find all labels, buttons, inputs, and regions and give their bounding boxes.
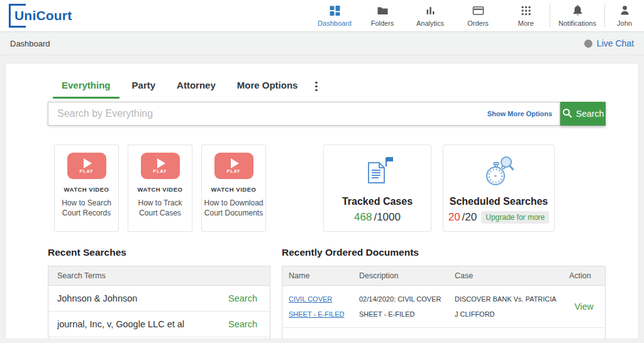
search-again-link[interactable]: Search xyxy=(228,319,257,329)
search-button[interactable]: Search xyxy=(560,102,606,126)
show-more-options-link[interactable]: Show More Options xyxy=(487,110,552,117)
search-term: journal, Inc, v, Google LLC et al xyxy=(57,319,184,329)
video-card-search-records[interactable]: PLAY WATCH VIDEO How to Search Court Rec… xyxy=(54,144,119,232)
scheduled-searches-count: 20 /20 Upgrade for more xyxy=(443,211,554,224)
nav-item-analytics[interactable]: Analytics xyxy=(406,0,454,31)
kebab-menu-icon[interactable] xyxy=(311,78,321,95)
unicourt-logo[interactable]: UniCourt xyxy=(0,0,164,31)
table-row: google Search xyxy=(48,337,270,339)
tables-row: Recent Searches Search Terms Johnson & J… xyxy=(48,247,606,339)
nav-label: Analytics xyxy=(416,19,444,27)
ordered-documents-table: Name Description Case Action CIVIL COVER… xyxy=(282,266,606,339)
folder-icon xyxy=(376,4,389,17)
dots-grid-icon xyxy=(519,4,533,17)
primary-nav: Dashboard Folders Analytics Orders More xyxy=(311,0,644,31)
table-row: Johnson & Johnson Search xyxy=(48,286,270,312)
search-term: Johnson & Johnson xyxy=(57,293,137,303)
play-button-icon: PLAY xyxy=(214,153,253,179)
video-card-title: How to Download Court Documents xyxy=(202,199,265,218)
nav-item-more[interactable]: More xyxy=(502,0,550,31)
cards-row: PLAY WATCH VIDEO How to Search Court Rec… xyxy=(48,144,606,232)
logo-bracket-icon xyxy=(9,4,26,28)
breadcrumb: Dashboard xyxy=(10,39,50,48)
recent-searches-title: Recent Searches xyxy=(48,247,270,258)
nav-item-notifications[interactable]: Notifications xyxy=(550,0,604,31)
play-button-icon: PLAY xyxy=(141,153,180,179)
column-header-case: Case xyxy=(448,266,563,286)
video-card-download-documents[interactable]: PLAY WATCH VIDEO How to Download Court D… xyxy=(201,144,266,232)
tracked-used: 468 xyxy=(354,211,372,224)
tracked-cases-title: Tracked Cases xyxy=(324,196,431,207)
breadcrumb-bar: Dashboard Live Chat xyxy=(0,32,644,55)
document-case-cell: CRUSTAL BATES VS. ALBARO LOPEZ DBA AL'S … xyxy=(448,328,563,339)
document-action-cell: View xyxy=(563,286,605,327)
watch-video-label: WATCH VIDEO xyxy=(55,186,118,193)
credit-card-icon xyxy=(472,4,485,17)
recent-searches-table: Search Terms Johnson & Johnson Search jo… xyxy=(48,266,270,339)
nav-label: Folders xyxy=(371,19,394,27)
nav-item-orders[interactable]: Orders xyxy=(454,0,502,31)
search-again-link[interactable]: Search xyxy=(228,293,257,303)
nav-item-dashboard[interactable]: Dashboard xyxy=(311,0,358,31)
nav-label: More xyxy=(518,19,533,27)
search-bar: Show More Options Search xyxy=(48,102,606,126)
tracked-total: /1000 xyxy=(374,211,401,224)
view-document-link[interactable]: View xyxy=(574,297,593,317)
document-link[interactable]: CIVIL COVER SHEET - E-FILED xyxy=(289,295,344,318)
top-header: UniCourt Dashboard Folders Analytics O xyxy=(0,0,644,32)
watch-video-label: WATCH VIDEO xyxy=(202,186,265,193)
ordered-documents-section: Recently Ordered Documents Name Descript… xyxy=(282,247,606,339)
video-card-title: How to Search Court Records xyxy=(55,199,118,218)
document-name-cell: CLAIM OF PLAINTIFF xyxy=(282,328,353,339)
nav-label: Notifications xyxy=(558,19,596,27)
scheduled-searches-title: Scheduled Searches xyxy=(443,196,554,207)
table-row: CLAIM OF PLAINTIFF MONEY CLAIM OF PLAINT… xyxy=(282,328,605,339)
video-card-track-cases[interactable]: PLAY WATCH VIDEO How to Track Court Case… xyxy=(128,144,192,232)
user-avatar-icon xyxy=(618,4,631,17)
scheduled-used: 20 xyxy=(448,211,460,224)
document-name-cell: CIVIL COVER SHEET - E-FILED xyxy=(282,286,353,327)
table-row: CIVIL COVER SHEET - E-FILED 02/14/2020: … xyxy=(282,286,605,328)
document-action-cell: View xyxy=(563,328,605,339)
ordered-documents-title: Recently Ordered Documents xyxy=(282,247,606,258)
search-button-label: Search xyxy=(576,109,604,119)
document-link[interactable]: CLAIM OF PLAINTIFF xyxy=(289,337,323,339)
play-label: PLAY xyxy=(226,169,240,173)
tab-party[interactable]: Party xyxy=(123,74,165,99)
document-description-cell: MONEY CLAIM OF PLAINTIFF FOR $1,500.00 F… xyxy=(353,328,448,339)
tracked-cases-card[interactable]: Tracked Cases 468 /1000 xyxy=(323,144,431,232)
tab-more-options[interactable]: More Options xyxy=(228,74,307,99)
nav-label: John xyxy=(617,19,632,27)
column-header-action: Action xyxy=(563,266,605,286)
search-tabs: Everything Party Attorney More Options xyxy=(53,74,606,99)
tab-everything[interactable]: Everything xyxy=(53,74,119,99)
watch-video-label: WATCH VIDEO xyxy=(128,186,192,193)
live-chat-status-icon xyxy=(584,40,592,48)
recent-searches-section: Recent Searches Search Terms Johnson & J… xyxy=(48,247,270,339)
tab-attorney[interactable]: Attorney xyxy=(168,74,225,99)
dashboard-main-panel: Everything Party Attorney More Options S… xyxy=(5,63,639,339)
play-label: PLAY xyxy=(79,169,93,173)
document-case-cell: DISCOVER BANK Vs. PATRICIA J CLIFFORD xyxy=(448,286,563,327)
document-flag-icon xyxy=(359,182,396,193)
search-input[interactable] xyxy=(48,108,480,119)
search-icon xyxy=(562,108,572,120)
ordered-documents-header-row: Name Description Case Action xyxy=(282,266,605,286)
nav-label: Dashboard xyxy=(318,19,352,27)
live-chat-label: Live Chat xyxy=(597,38,634,48)
column-header-description: Description xyxy=(353,266,448,286)
search-terms-header: Search Terms xyxy=(48,266,270,286)
live-chat-button[interactable]: Live Chat xyxy=(584,38,634,48)
scheduled-searches-card[interactable]: Scheduled Searches 20 /20 Upgrade for mo… xyxy=(443,144,555,232)
upgrade-for-more-link[interactable]: Upgrade for more xyxy=(481,211,549,224)
bar-chart-icon xyxy=(424,4,437,17)
video-card-title: How to Track Court Cases xyxy=(128,199,192,218)
play-label: PLAY xyxy=(153,169,167,173)
column-header-name: Name xyxy=(282,266,353,286)
nav-item-folders[interactable]: Folders xyxy=(358,0,406,31)
dashboard-grid-icon xyxy=(328,4,341,17)
nav-item-user[interactable]: John xyxy=(605,0,644,31)
tracked-cases-count: 468 /1000 xyxy=(324,211,431,224)
search-field-wrap: Show More Options xyxy=(48,102,560,126)
logo-mark: UniCourt xyxy=(9,4,72,28)
